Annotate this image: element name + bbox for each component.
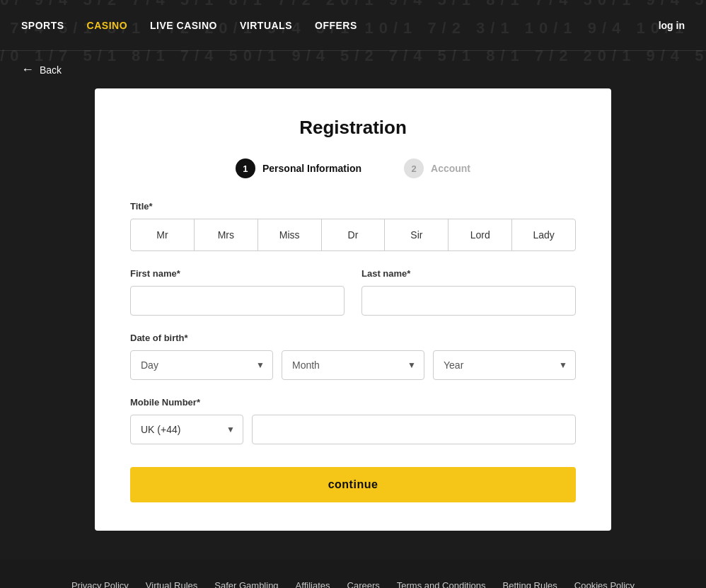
dob-section: Date of birth* Day 12345 678910 11121314… [130,333,576,380]
day-select[interactable]: Day 12345 678910 1112131415 1617181920 2… [130,350,273,380]
first-name-label: First name* [130,268,345,279]
back-arrow-icon: ← [21,62,34,77]
footer: Privacy Policy Virtual Rules Safer Gambl… [0,559,706,588]
mobile-code-select[interactable]: UK (+44) US (+1) IE (+353) AU (+61) CA (… [130,415,243,444]
footer-careers[interactable]: Careers [347,580,380,588]
step-2-circle: 2 [404,158,424,178]
title-mr[interactable]: Mr [130,219,195,251]
first-name-input[interactable] [130,286,345,316]
title-label: Title* [130,201,576,212]
nav-sports[interactable]: SPORTS [21,20,64,31]
navbar: SPORTS CASINO LIVE CASINO VIRTUALS OFFER… [0,0,706,51]
back-label: Back [40,64,62,76]
nav-links: SPORTS CASINO LIVE CASINO VIRTUALS OFFER… [21,20,357,31]
steps: 1 Personal Information 2 Account [130,158,576,178]
nav-live-casino[interactable]: LIVE CASINO [150,20,217,31]
footer-safer-gambling[interactable]: Safer Gambling [214,580,278,588]
year-select[interactable]: Year 2005200420032002 2001200019991998 1… [433,350,576,380]
main-content: Registration 1 Personal Information 2 Ac… [0,88,706,559]
mobile-row: UK (+44) US (+1) IE (+353) AU (+61) CA (… [130,415,576,444]
mobile-label: Mobile Number* [130,397,576,408]
continue-button[interactable]: continue [130,467,576,502]
back-section: ← Back [0,51,706,88]
month-select[interactable]: Month JanuaryFebruaryMarchApril MayJuneJ… [282,350,424,380]
title-mrs[interactable]: Mrs [194,219,258,251]
nav-casino[interactable]: CASINO [87,20,127,31]
mobile-section: Mobile Number* UK (+44) US (+1) IE (+353… [130,397,576,444]
registration-title: Registration [130,117,576,139]
title-lady[interactable]: Lady [511,219,576,251]
step-1: 1 Personal Information [236,158,361,178]
step-1-circle: 1 [236,158,255,178]
footer-privacy-policy[interactable]: Privacy Policy [71,580,129,588]
back-button[interactable]: ← Back [21,62,685,77]
footer-virtual-rules[interactable]: Virtual Rules [146,580,197,588]
title-lord[interactable]: Lord [448,219,512,251]
step-2-label: Account [431,163,470,174]
step-2: 2 Account [404,158,470,178]
year-select-wrapper: Year 2005200420032002 2001200019991998 1… [433,350,576,380]
mobile-number-field [252,415,576,444]
title-sir[interactable]: Sir [384,219,449,251]
footer-betting-rules[interactable]: Betting Rules [503,580,557,588]
name-row: First name* Last name* [130,268,576,316]
first-name-field: First name* [130,268,345,316]
login-button[interactable]: log in [659,20,685,31]
step-1-label: Personal Information [262,163,361,174]
title-miss[interactable]: Miss [257,219,322,251]
footer-affiliates[interactable]: Affiliates [296,580,330,588]
footer-links: Privacy Policy Virtual Rules Safer Gambl… [14,580,692,588]
last-name-field: Last name* [361,268,576,316]
last-name-input[interactable] [361,286,576,316]
month-select-wrapper: Month JanuaryFebruaryMarchApril MayJuneJ… [282,350,424,380]
footer-cookies[interactable]: Cookies Policy [574,580,635,588]
footer-terms[interactable]: Terms and Conditions [397,580,486,588]
title-buttons: Mr Mrs Miss Dr Sir Lord Lady [130,219,576,251]
dob-label: Date of birth* [130,333,576,343]
last-name-label: Last name* [361,268,576,279]
dob-selects: Day 12345 678910 1112131415 1617181920 2… [130,350,576,380]
nav-virtuals[interactable]: VIRTUALS [240,20,292,31]
nav-offers[interactable]: OFFERS [315,20,357,31]
title-dr[interactable]: Dr [321,219,386,251]
registration-card: Registration 1 Personal Information 2 Ac… [95,88,611,531]
title-field: Title* Mr Mrs Miss Dr Sir Lord Lady [130,201,576,251]
mobile-code-wrapper: UK (+44) US (+1) IE (+353) AU (+61) CA (… [130,415,243,444]
mobile-number-input[interactable] [252,415,576,444]
day-select-wrapper: Day 12345 678910 1112131415 1617181920 2… [130,350,273,380]
